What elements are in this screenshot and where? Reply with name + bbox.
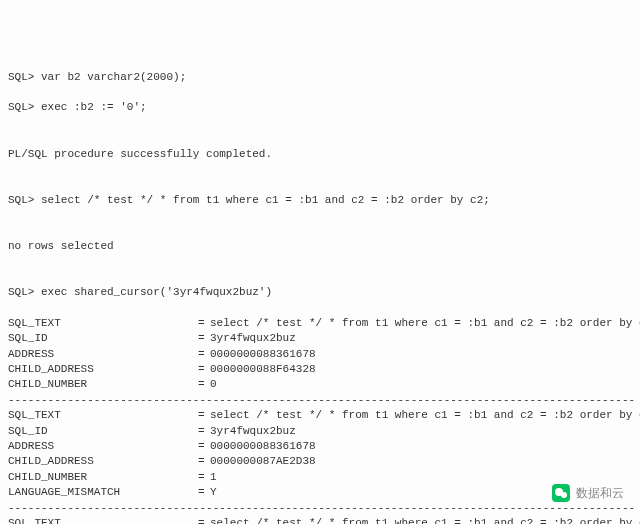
row-label: ADDRESS: [8, 347, 198, 362]
row-value: 0000000088361678: [210, 348, 316, 360]
row-label: ADDRESS: [8, 439, 198, 454]
row-label: CHILD_NUMBER: [8, 470, 198, 485]
equals-sign: =: [198, 377, 210, 392]
sql-line: SQL> exec :b2 := '0';: [8, 100, 632, 115]
sql-line: SQL> select /* test */ * from t1 where c…: [8, 193, 632, 208]
cursor-row: CHILD_ADDRESS= 0000000088F64328: [8, 362, 632, 377]
wechat-icon: [552, 484, 570, 502]
row-value: 3yr4fwqux2buz: [210, 332, 296, 344]
row-value: select /* test */ * from t1 where c1 = :…: [210, 409, 640, 421]
row-value: select /* test */ * from t1 where c1 = :…: [210, 317, 640, 329]
watermark: 数据和云: [552, 484, 624, 502]
row-label: SQL_ID: [8, 424, 198, 439]
cursor-row: SQL_TEXT= select /* test */ * from t1 wh…: [8, 408, 632, 423]
row-value: 0000000088361678: [210, 440, 316, 452]
equals-sign: =: [198, 331, 210, 346]
row-label: CHILD_ADDRESS: [8, 362, 198, 377]
equals-sign: =: [198, 424, 210, 439]
equals-sign: =: [198, 470, 210, 485]
cursor-row: ADDRESS= 0000000088361678: [8, 347, 632, 362]
row-value: 3yr4fwqux2buz: [210, 425, 296, 437]
row-value: 0000000087AE2D38: [210, 455, 316, 467]
cursor-row: CHILD_ADDRESS= 0000000087AE2D38: [8, 454, 632, 469]
row-value: 0000000088F64328: [210, 363, 316, 375]
cursor-row: ADDRESS= 0000000088361678: [8, 439, 632, 454]
equals-sign: =: [198, 362, 210, 377]
row-label: SQL_TEXT: [8, 516, 198, 524]
cursor-row: CHILD_NUMBER= 0: [8, 377, 632, 392]
row-label: SQL_ID: [8, 331, 198, 346]
row-label: CHILD_NUMBER: [8, 377, 198, 392]
sql-line: SQL> exec shared_cursor('3yr4fwqux2buz'): [8, 285, 632, 300]
row-label: SQL_TEXT: [8, 408, 198, 423]
separator-line: ----------------------------------------…: [8, 393, 632, 408]
row-value: Y: [210, 486, 217, 498]
equals-sign: =: [198, 485, 210, 500]
cursor-blocks: SQL_TEXT= select /* test */ * from t1 wh…: [8, 316, 632, 524]
cursor-row: SQL_ID= 3yr4fwqux2buz: [8, 331, 632, 346]
cursor-row: SQL_ID= 3yr4fwqux2buz: [8, 424, 632, 439]
row-value: 0: [210, 378, 217, 390]
row-label: SQL_TEXT: [8, 316, 198, 331]
cursor-row: LANGUAGE_MISMATCH= Y: [8, 485, 632, 500]
cursor-row: SQL_TEXT= select /* test */ * from t1 wh…: [8, 316, 632, 331]
equals-sign: =: [198, 347, 210, 362]
equals-sign: =: [198, 516, 210, 524]
separator-line: ----------------------------------------…: [8, 501, 632, 516]
equals-sign: =: [198, 316, 210, 331]
row-label: LANGUAGE_MISMATCH: [8, 485, 198, 500]
equals-sign: =: [198, 454, 210, 469]
row-value: select /* test */ * from t1 where c1 = :…: [210, 517, 640, 524]
row-value: 1: [210, 471, 217, 483]
output-line: no rows selected: [8, 239, 632, 254]
row-label: CHILD_ADDRESS: [8, 454, 198, 469]
cursor-row: SQL_TEXT= select /* test */ * from t1 wh…: [8, 516, 632, 524]
output-line: PL/SQL procedure successfully completed.: [8, 147, 632, 162]
cursor-row: CHILD_NUMBER= 1: [8, 470, 632, 485]
equals-sign: =: [198, 439, 210, 454]
watermark-text: 数据和云: [576, 485, 624, 502]
equals-sign: =: [198, 408, 210, 423]
sql-line: SQL> var b2 varchar2(2000);: [8, 70, 632, 85]
